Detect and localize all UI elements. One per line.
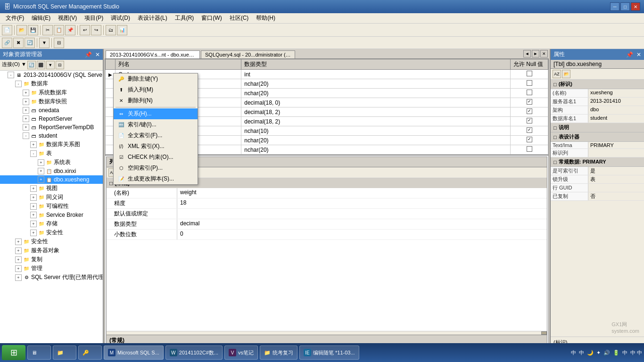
- expand-views[interactable]: +: [30, 185, 37, 192]
- collapse-button[interactable]: ⊟: [54, 38, 64, 48]
- oe-refresh-button[interactable]: 🔄: [27, 61, 36, 69]
- taskbar-btn-folder[interactable]: 📁 统考复习: [260, 346, 297, 360]
- expand-tables[interactable]: -: [30, 150, 37, 157]
- right-section-general-data[interactable]: □ 常规数据: PRIMARY: [551, 157, 644, 167]
- col-type-cell-8[interactable]: nchar(20): [241, 136, 511, 145]
- nullable-checkbox-8[interactable]: [527, 137, 532, 142]
- tree-item-tables[interactable]: - 📁 表: [0, 149, 103, 158]
- project-button[interactable]: 🗂: [106, 25, 116, 35]
- col-type-cell-3[interactable]: nchar(20): [241, 89, 511, 98]
- props-value-name[interactable]: weight: [177, 188, 547, 198]
- expand-security-db[interactable]: +: [30, 230, 37, 236]
- tree-item-programmability[interactable]: + 📁 可编程性: [0, 202, 103, 211]
- menu-project[interactable]: 项目(P): [81, 13, 107, 23]
- col-type-cell-7[interactable]: nchar(10): [241, 126, 511, 136]
- right-close-button[interactable]: ✕: [636, 51, 641, 58]
- ctx-spatial-index[interactable]: ⬡ 空间索引(P)...: [114, 163, 198, 173]
- copy-button[interactable]: 📋: [54, 25, 64, 35]
- nullable-checkbox-4[interactable]: [527, 99, 532, 105]
- tab-scroll-right[interactable]: ►: [532, 50, 539, 58]
- expand-replication[interactable]: +: [15, 256, 22, 263]
- minimize-button[interactable]: ─: [610, 2, 619, 11]
- oe-filter-button[interactable]: ▼: [46, 61, 55, 69]
- menu-edit[interactable]: 编辑(E): [28, 13, 54, 23]
- right-section-identity[interactable]: □ (标识): [551, 80, 644, 89]
- menu-view[interactable]: 视图(V): [54, 13, 81, 23]
- close-tab-button[interactable]: ✕: [540, 50, 548, 58]
- tree-item-management[interactable]: + 📁 管理: [0, 264, 103, 273]
- undo-button[interactable]: ↩: [80, 25, 90, 35]
- tree-item-synonyms[interactable]: + 📁 同义词: [0, 193, 103, 202]
- col-nullable-cell[interactable]: [511, 70, 548, 79]
- ctx-insert-column[interactable]: ⬆ 插入列(M): [114, 84, 198, 95]
- open-button[interactable]: 📂: [17, 25, 27, 35]
- props-value-datatype[interactable]: decimal: [177, 219, 547, 229]
- redo-button[interactable]: ↪: [91, 25, 101, 35]
- tree-item-views[interactable]: + 📁 视图: [0, 184, 103, 193]
- refresh-button[interactable]: 🔄: [25, 38, 35, 48]
- save-button[interactable]: 💾: [28, 25, 38, 35]
- summary-button[interactable]: 📊: [117, 25, 127, 35]
- col-type-cell-2[interactable]: nchar(20): [241, 79, 511, 89]
- nullable-checkbox-6[interactable]: [527, 118, 532, 123]
- nullable-checkbox-2[interactable]: [527, 80, 532, 86]
- col-nullable-cell-3[interactable]: [511, 89, 548, 98]
- tree-item-storage[interactable]: + 📁 存储: [0, 219, 103, 228]
- nullable-checkbox-5[interactable]: [527, 108, 532, 114]
- menu-file[interactable]: 文件(F): [2, 13, 28, 23]
- tree-view[interactable]: - 🖥 2013-20141006GV (SQL Serve - 📁 数据库 +…: [0, 71, 103, 344]
- expand-prog[interactable]: +: [30, 203, 37, 210]
- col-nullable-cell-5[interactable]: [511, 107, 548, 117]
- expand-sys-tables[interactable]: +: [38, 159, 44, 166]
- col-type-cell-5[interactable]: decimal(18, 2): [241, 107, 511, 117]
- tab-table-editor[interactable]: 2013-20141006GV.s...nt - dbo.xuesheng* ✕: [106, 50, 200, 58]
- col-nullable-cell-2[interactable]: [511, 79, 548, 89]
- nullable-checkbox[interactable]: [527, 71, 532, 76]
- tree-item-service-broker[interactable]: + 📁 Service Broker: [0, 211, 103, 219]
- oe-stop-button[interactable]: ⬛: [37, 61, 45, 69]
- ctx-delete-column[interactable]: ✕ 删除列(N): [114, 95, 198, 106]
- tree-item-system-tables[interactable]: + 📁 系统表: [0, 158, 103, 167]
- right-az-button[interactable]: AZ: [553, 70, 561, 78]
- expand-security[interactable]: +: [15, 239, 22, 245]
- disconnect-button[interactable]: ✖: [13, 38, 24, 48]
- menu-debug[interactable]: 调试(D): [107, 13, 134, 23]
- ctx-delete-primary-key[interactable]: 🔑 删除主键(Y): [114, 74, 198, 84]
- ctx-relationships[interactable]: ⇔ 关系(H)...: [114, 108, 198, 119]
- col-type-cell-4[interactable]: decimal(18, 0): [241, 98, 511, 107]
- ctx-check-constraint[interactable]: ☑ CHECK 约束(O)...: [114, 152, 198, 163]
- expand-management[interactable]: +: [15, 265, 22, 272]
- connect-label[interactable]: 连接(O) ▼: [2, 61, 26, 69]
- expand-service-broker[interactable]: +: [30, 212, 37, 218]
- col-nullable-cell-8[interactable]: [511, 136, 548, 145]
- tree-item-server-objects[interactable]: + 📁 服务器对象: [0, 246, 103, 255]
- tree-item-databases[interactable]: - 📁 数据库: [0, 79, 103, 88]
- start-button[interactable]: ⊞: [2, 345, 25, 360]
- expand-system-dbs[interactable]: +: [23, 90, 29, 96]
- expand-databases[interactable]: -: [15, 81, 22, 87]
- col-type-cell-6[interactable]: decimal(18, 2): [241, 117, 511, 126]
- tree-item-snapshots[interactable]: + 📁 数据库快照: [0, 97, 103, 106]
- paste-button[interactable]: 📌: [65, 25, 75, 35]
- expand-xinxi[interactable]: +: [38, 168, 44, 174]
- new-query-button[interactable]: 📄: [2, 25, 12, 35]
- maximize-button[interactable]: □: [620, 2, 630, 11]
- ctx-indexes-keys[interactable]: 🔤 索引/键(I)...: [114, 119, 198, 130]
- tree-item-security-db[interactable]: + 📁 安全性: [0, 228, 103, 237]
- taskbar-btn-desktop[interactable]: 🖥: [27, 346, 51, 360]
- taskbar-btn-ie[interactable]: IE 编辑随笔 *11-03...: [299, 346, 359, 360]
- right-category-button[interactable]: 📂: [562, 70, 570, 78]
- expand-diagrams[interactable]: +: [30, 141, 37, 148]
- tree-item-diagrams[interactable]: + 📁 数据库关系图: [0, 140, 103, 149]
- tab-scroll-left[interactable]: ◄: [523, 50, 531, 58]
- taskbar-btn-explorer[interactable]: 📁: [53, 346, 76, 360]
- menu-community[interactable]: 社区(C): [226, 13, 253, 23]
- props-value-scale[interactable]: 0: [177, 230, 547, 239]
- col-nullable-cell-6[interactable]: [511, 117, 548, 126]
- tree-item-server[interactable]: - 🖥 2013-20141006GV (SQL Serve: [0, 71, 103, 79]
- nullable-checkbox-7[interactable]: [527, 127, 532, 133]
- col-nullable-cell-4[interactable]: [511, 98, 548, 107]
- right-pin-button[interactable]: 📌: [626, 51, 633, 58]
- tree-item-sql-agent[interactable]: + ⚙ SQL Server 代理(已禁用代理: [0, 273, 103, 282]
- col-type-cell[interactable]: int: [241, 70, 511, 79]
